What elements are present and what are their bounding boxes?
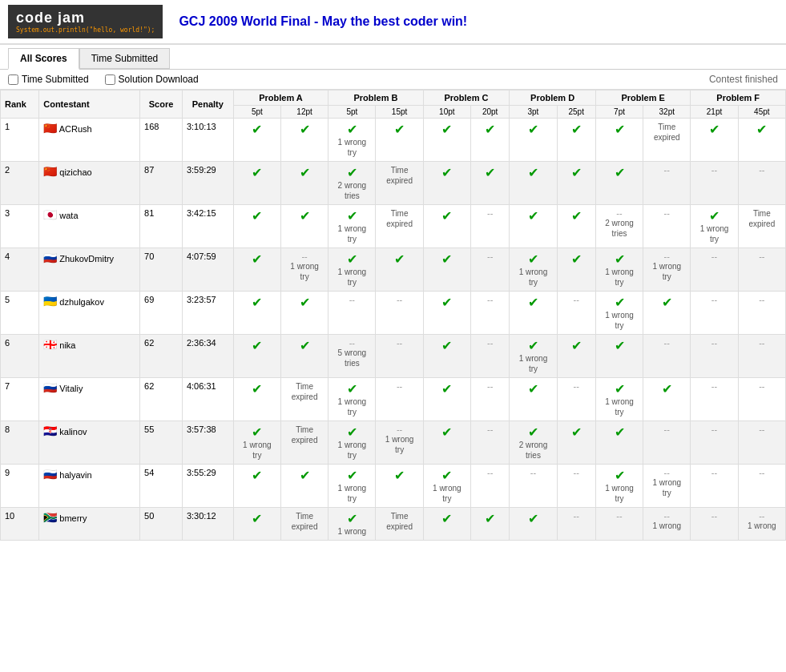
prob-c-header: Problem C (423, 91, 510, 106)
score-header: Score (140, 91, 183, 119)
prob-cell: ✔ (280, 335, 328, 378)
prob-cell: ✔ (510, 205, 557, 248)
rank-cell: 6 (1, 335, 39, 378)
prob-cell: -- (738, 248, 785, 292)
prob-cell: -- (691, 465, 738, 508)
prob-cell: -- (691, 292, 738, 335)
penalty-cell: 3:57:38 (182, 421, 233, 465)
rank-cell: 7 (1, 378, 39, 421)
prob-e-sub1: 7pt (595, 106, 643, 119)
score-cell: 54 (140, 465, 183, 508)
prob-cell: -- (595, 508, 643, 541)
prob-cell: ✔1 wrongtry (595, 248, 643, 292)
contestant-name: qizichao (59, 167, 91, 177)
prob-cell: ✔ (557, 421, 595, 465)
rank-cell: 5 (1, 292, 39, 335)
contestant-name: kalinov (59, 427, 87, 437)
prob-f-sub1: 21pt (691, 106, 738, 119)
prob-cell: -- (738, 162, 785, 205)
prob-cell: ✔ (233, 119, 280, 162)
prob-cell: --2 wrongtries (595, 205, 643, 248)
prob-cell: ✔ (595, 119, 643, 162)
prob-cell: ✔ (557, 335, 595, 378)
prob-cell: ✔ (233, 162, 280, 205)
penalty-cell: 3:23:57 (182, 292, 233, 335)
tab-all-scores[interactable]: All Scores (8, 48, 79, 70)
table-row: 9 🇷🇺 halyavin 54 3:55:29 ✔✔✔1 wrongtry✔✔… (1, 465, 786, 508)
rank-cell: 2 (1, 162, 39, 205)
prob-cell: -- (557, 292, 595, 335)
prob-cell: ✔ (470, 508, 509, 541)
penalty-cell: 2:36:34 (182, 335, 233, 378)
prob-e-sub2: 32pt (643, 106, 691, 119)
penalty-cell: 3:59:29 (182, 162, 233, 205)
rank-cell: 4 (1, 248, 39, 292)
prob-cell: --1 wrong (643, 508, 691, 541)
prob-cell: ✔ (510, 292, 557, 335)
prob-cell: ✔ (280, 119, 328, 162)
flag-icon: 🇭🇷 (43, 425, 57, 437)
contestant-cell: 🇨🇳 ACRush (39, 119, 140, 162)
table-row: 10 🇿🇦 bmerry 50 3:30:12 ✔Timeexpired✔1 w… (1, 508, 786, 541)
prob-a-sub1: 5pt (233, 106, 280, 119)
prob-cell: ✔ (423, 378, 470, 421)
solution-download-filter[interactable]: Solution Download (105, 74, 199, 85)
prob-cell: -- (557, 465, 595, 508)
prob-cell: ✔ (233, 292, 280, 335)
prob-cell: ✔ (510, 508, 557, 541)
rank-cell: 3 (1, 205, 39, 248)
penalty-cell: 4:07:59 (182, 248, 233, 292)
prob-cell: -- (376, 378, 423, 421)
prob-c-sub1: 10pt (423, 106, 470, 119)
prob-cell: ✔ (557, 205, 595, 248)
contestant-cell: 🇷🇺 ZhukovDmitry (39, 248, 140, 292)
tab-time-submitted[interactable]: Time Submitted (79, 48, 171, 69)
prob-cell: ✔1 wrongtry (329, 465, 376, 508)
prob-cell: ✔1 wrongtry (329, 205, 376, 248)
prob-a-header: Problem A (233, 91, 329, 106)
prob-cell: Timeexpired (280, 508, 328, 541)
prob-cell: -- (643, 162, 691, 205)
rank-cell: 10 (1, 508, 39, 541)
prob-d-header: Problem D (510, 91, 596, 106)
table-row: 7 🇷🇺 Vitaliy 62 4:06:31 ✔Timeexpired✔1 w… (1, 378, 786, 421)
prob-cell: ✔ (423, 119, 470, 162)
solution-download-checkbox[interactable] (105, 74, 115, 85)
time-submitted-filter[interactable]: Time Submitted (8, 74, 89, 85)
prob-cell: -- (470, 465, 509, 508)
logo-title: code jam (16, 10, 155, 26)
score-cell: 70 (140, 248, 183, 292)
prob-cell: -- (557, 378, 595, 421)
prob-cell: Timeexpired (280, 378, 328, 421)
prob-cell: ✔ (510, 378, 557, 421)
prob-cell: ✔ (423, 508, 470, 541)
rank-cell: 8 (1, 421, 39, 465)
contest-status: Contest finished (709, 74, 778, 85)
contestant-name: ZhukovDmitry (59, 254, 114, 264)
time-submitted-checkbox[interactable] (8, 74, 18, 85)
prob-cell: -- (691, 378, 738, 421)
prob-cell: Timeexpired (643, 119, 691, 162)
prob-cell: --1 wrong (738, 508, 785, 541)
prob-cell: Timeexpired (280, 421, 328, 465)
contestant-cell: 🇯🇵 wata (39, 205, 140, 248)
score-cell: 50 (140, 508, 183, 541)
table-row: 5 🇺🇦 dzhulgakov 69 3:23:57 ✔✔----✔--✔--✔… (1, 292, 786, 335)
contestant-name: wata (59, 211, 78, 220)
prob-cell: ✔ (595, 162, 643, 205)
tabs-bar: All Scores Time Submitted (0, 48, 786, 70)
contestant-name: halyavin (59, 470, 91, 480)
prob-cell: -- (691, 335, 738, 378)
prob-cell: -- (691, 248, 738, 292)
table-row: 3 🇯🇵 wata 81 3:42:15 ✔✔✔1 wrongtryTimeex… (1, 205, 786, 248)
penalty-cell: 3:30:12 (182, 508, 233, 541)
prob-cell: --1 wrongtry (643, 248, 691, 292)
prob-b-sub2: 15pt (376, 106, 423, 119)
flag-icon: 🇬🇪 (43, 338, 57, 351)
score-cell: 69 (140, 292, 183, 335)
prob-cell: Timeexpired (376, 205, 423, 248)
prob-cell: ✔ (557, 162, 595, 205)
prob-b-sub1: 5pt (329, 106, 376, 119)
table-row: 4 🇷🇺 ZhukovDmitry 70 4:07:59 ✔--1 wrongt… (1, 248, 786, 292)
logo: code jam System.out.println("hello, worl… (8, 5, 163, 38)
